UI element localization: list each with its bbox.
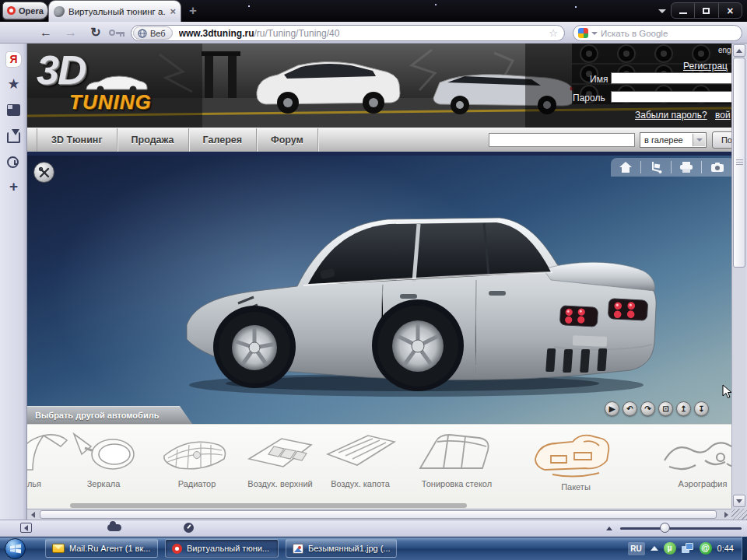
password-key-icon[interactable] bbox=[109, 29, 126, 37]
vertical-scrollbar[interactable] bbox=[731, 44, 745, 509]
panel-toggle-button[interactable] bbox=[20, 523, 32, 533]
choose-other-car-button[interactable]: Выбрать другой автомобиль bbox=[27, 406, 192, 424]
lang-switch-link[interactable]: eng bbox=[718, 46, 731, 54]
hidden-icons-caret-icon[interactable] bbox=[651, 546, 658, 551]
taskbar-clock[interactable]: 0:44 bbox=[717, 544, 734, 553]
home-button[interactable] bbox=[611, 161, 641, 173]
forward-button[interactable]: → bbox=[62, 26, 79, 40]
web-chip-label: Веб bbox=[150, 29, 166, 38]
mailru-envelope-icon bbox=[52, 544, 65, 553]
back-button[interactable]: ← bbox=[37, 26, 54, 40]
add-panel-icon[interactable]: + bbox=[5, 179, 22, 195]
image-file-icon bbox=[293, 544, 303, 554]
undo-button[interactable]: ↶ bbox=[622, 401, 637, 416]
gallery-scope-value: в галерее bbox=[644, 135, 683, 145]
select-caret-icon bbox=[693, 134, 705, 146]
taskbar-button-image[interactable]: Безымянный1.jpg (... bbox=[286, 539, 397, 558]
print-button[interactable] bbox=[672, 161, 702, 173]
scroll-up-button[interactable] bbox=[733, 44, 745, 57]
zoom-slider-knob[interactable] bbox=[660, 523, 670, 533]
taskbar-button-mailru[interactable]: Mail.Ru Агент (1 вк... bbox=[45, 539, 158, 558]
download-button[interactable]: ↧ bbox=[694, 401, 709, 416]
category-mirrors[interactable]: Зеркала bbox=[57, 429, 150, 501]
google-icon bbox=[578, 28, 588, 38]
start-button[interactable] bbox=[5, 538, 26, 559]
search-box[interactable]: Искать в Google bbox=[573, 25, 742, 41]
menu-item-gallery[interactable]: Галерея bbox=[189, 128, 257, 152]
category-grille[interactable]: Радиатор bbox=[150, 429, 244, 501]
category-tint[interactable]: Тонировка стекол bbox=[410, 429, 503, 501]
snapshot-button[interactable]: ⊡ bbox=[658, 401, 673, 416]
new-tab-button[interactable]: + bbox=[185, 3, 201, 19]
taskbar-button-opera[interactable]: Виртуальный тюни... bbox=[165, 539, 279, 558]
right-arrow-icon bbox=[724, 512, 728, 518]
forgot-password-link[interactable]: Забыли пароль? bbox=[635, 110, 707, 121]
password-field[interactable] bbox=[611, 91, 731, 103]
history-panel-icon[interactable] bbox=[5, 155, 22, 171]
wrench-icon bbox=[38, 166, 51, 179]
downloads-panel-icon[interactable] bbox=[5, 129, 22, 145]
reload-button[interactable]: ↻ bbox=[87, 26, 104, 40]
bookmarks-panel-icon[interactable]: ★ bbox=[5, 76, 22, 93]
opera-menu-button[interactable]: Opera bbox=[2, 2, 48, 19]
zoom-menu-icon[interactable] bbox=[606, 527, 612, 530]
resize-grip[interactable] bbox=[731, 509, 747, 520]
mail-agent-tray-icon[interactable]: @ bbox=[700, 542, 712, 555]
address-bar[interactable]: Веб www.3dtuning.ru/ru/Tuning/Tuning/40 … bbox=[131, 25, 565, 41]
redo-button[interactable]: ↷ bbox=[640, 401, 655, 416]
system-tray: RU µ @ 0:44 bbox=[628, 537, 742, 560]
category-hood-vent[interactable]: Воздух. капота bbox=[314, 429, 407, 501]
horizontal-scroll-thumb[interactable] bbox=[40, 510, 717, 519]
tab-title: Виртуальный тюнинг а... bbox=[68, 7, 166, 16]
category-vent-top[interactable]: Воздух. верхний bbox=[233, 429, 327, 501]
roof-vent-icon bbox=[241, 429, 319, 478]
menu-item-forum[interactable]: Форум bbox=[257, 128, 318, 152]
notes-panel-icon[interactable] bbox=[5, 103, 22, 119]
maximize-icon bbox=[703, 8, 710, 14]
viewer-tools-button[interactable] bbox=[33, 162, 54, 183]
gallery-search-input[interactable] bbox=[489, 133, 635, 147]
site-logo[interactable]: 3D TUNING bbox=[37, 47, 200, 124]
window-menu-caret-icon[interactable] bbox=[658, 9, 666, 13]
language-indicator[interactable]: RU bbox=[628, 542, 645, 555]
play-button[interactable]: ▶ bbox=[605, 401, 619, 416]
category-body-kits[interactable]: Пакеты bbox=[529, 429, 622, 501]
screenshot-button[interactable] bbox=[702, 161, 731, 173]
close-button[interactable]: × bbox=[719, 3, 742, 18]
taskbar-button-label: Безымянный1.jpg (... bbox=[308, 544, 391, 553]
opera-turbo-icon[interactable] bbox=[184, 523, 194, 533]
menu-item-sale[interactable]: Продажа bbox=[117, 128, 189, 152]
scroll-left-button[interactable] bbox=[27, 510, 38, 520]
vertical-scroll-thumb[interactable] bbox=[733, 58, 745, 268]
windows-update-tray-icon[interactable] bbox=[682, 542, 694, 555]
scroll-right-button[interactable] bbox=[721, 510, 731, 520]
car-3d-viewer[interactable]: Выбрать другой автомобиль ▶ ↶ ↷ ⊡ ↥ ↧ bbox=[27, 156, 731, 424]
category-airbrush[interactable]: Аэрография bbox=[656, 429, 731, 501]
username-field[interactable] bbox=[611, 72, 731, 84]
gallery-scope-select[interactable]: в галерее bbox=[640, 132, 707, 148]
show-desktop-button[interactable] bbox=[742, 537, 747, 560]
yandex-panel-icon[interactable]: Я bbox=[5, 51, 22, 68]
password-label: Пароль bbox=[573, 93, 605, 103]
browser-tab[interactable]: Виртуальный тюнинг а... × bbox=[48, 0, 181, 22]
maximize-button[interactable] bbox=[695, 3, 718, 18]
category-strip-scrollbar[interactable] bbox=[70, 503, 467, 508]
tab-close-icon[interactable]: × bbox=[170, 5, 176, 17]
minimize-button[interactable] bbox=[672, 3, 695, 18]
register-link[interactable]: Регистрац bbox=[683, 61, 728, 72]
zoom-slider-track[interactable] bbox=[620, 527, 742, 530]
upload-button[interactable]: ↥ bbox=[676, 401, 691, 416]
login-link[interactable]: вой bbox=[715, 110, 731, 121]
web-mode-chip[interactable]: Веб bbox=[133, 26, 173, 40]
category-label: Воздух. капота bbox=[314, 479, 407, 488]
viewer-toolbar bbox=[611, 158, 731, 177]
scroll-down-button[interactable] bbox=[733, 495, 745, 507]
menu-item-3dtuning[interactable]: 3D Тюнинг bbox=[37, 128, 117, 152]
opera-unite-cloud-icon[interactable] bbox=[107, 524, 121, 531]
horizontal-scrollbar[interactable] bbox=[27, 509, 731, 520]
utorrent-tray-icon[interactable]: µ bbox=[664, 542, 676, 555]
cart-button[interactable] bbox=[641, 161, 672, 173]
gallery-search-button[interactable]: Пои bbox=[712, 131, 731, 149]
bookmark-star-icon[interactable]: ☆ bbox=[549, 27, 558, 39]
search-engine-caret-icon[interactable] bbox=[591, 32, 598, 35]
